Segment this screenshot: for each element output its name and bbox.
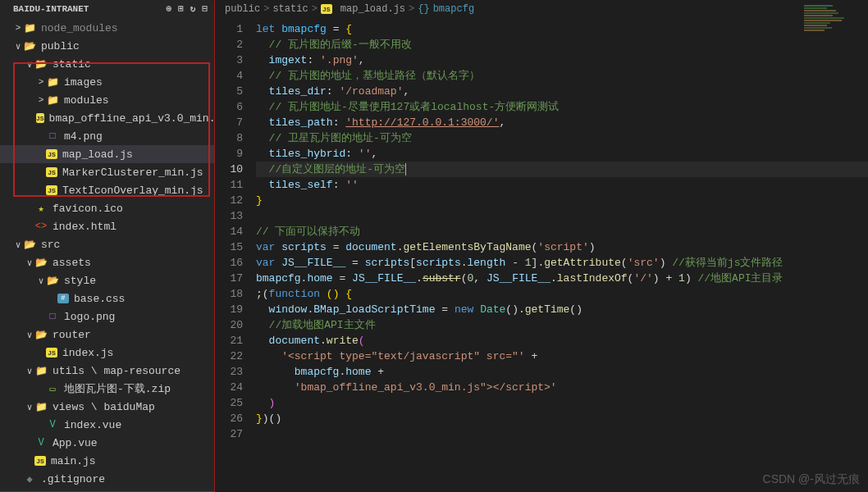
tree-item[interactable]: ∨📁utils \ map-resource bbox=[0, 362, 214, 380]
tree-item[interactable]: ∨📂assets bbox=[0, 253, 214, 271]
tree-item-label: public bbox=[41, 40, 214, 52]
V-icon: V bbox=[46, 418, 59, 431]
code-line[interactable]: '<script type="text/javascript" src="' + bbox=[256, 348, 868, 364]
chevron-icon[interactable]: ∨ bbox=[13, 239, 23, 250]
file-tree[interactable]: >📁node_modules∨📂public∨📂static>📁images>📁… bbox=[0, 17, 214, 491]
code-line[interactable]: var JS__FILE__ = scripts[scripts.length … bbox=[256, 255, 868, 271]
code-line[interactable]: tiles_dir: '/roadmap', bbox=[256, 84, 868, 99]
code-line[interactable]: //自定义图层的地址-可为空 bbox=[256, 162, 868, 177]
tree-item[interactable]: >📁node_modules bbox=[0, 19, 214, 37]
folder-icon: 📁 bbox=[23, 21, 36, 34]
code-editor[interactable]: 1234567891011121314151617181920212223242… bbox=[215, 18, 868, 492]
▭-icon: ▭ bbox=[46, 382, 59, 395]
collapse-icon[interactable]: ⊟ bbox=[202, 3, 208, 14]
chevron-icon[interactable]: ∨ bbox=[25, 59, 34, 70]
tree-item[interactable]: ★favicon.ico bbox=[0, 199, 214, 217]
JS-icon: JS bbox=[46, 348, 57, 358]
chevron-icon[interactable]: ∨ bbox=[25, 402, 34, 412]
breadcrumbs[interactable]: public>static>JSmap_load.js>{}bmapcfg bbox=[215, 0, 868, 18]
chevron-icon[interactable]: ∨ bbox=[25, 330, 34, 340]
tree-item[interactable]: □logo.png bbox=[0, 308, 214, 326]
tree-item[interactable]: ∨📂public bbox=[0, 37, 214, 55]
folder-open-icon: 📂 bbox=[23, 238, 36, 251]
chevron-icon[interactable]: ∨ bbox=[36, 276, 46, 286]
editor-area: public>static>JSmap_load.js>{}bmapcfg 12… bbox=[215, 0, 868, 492]
code-line[interactable]: tiles_hybrid: '', bbox=[256, 146, 868, 162]
tree-item[interactable]: JSbmap_offline_api_v3.0_min.js bbox=[0, 109, 214, 127]
tree-item[interactable]: JSmap_load.js bbox=[0, 145, 214, 163]
tree-item[interactable]: base.css bbox=[0, 289, 214, 308]
tree-item-label: node_modules bbox=[41, 22, 214, 34]
code-line[interactable]: document.write( bbox=[256, 333, 868, 348]
<>-icon: <> bbox=[34, 220, 48, 233]
code-line[interactable]: //加载地图API主文件 bbox=[256, 317, 868, 333]
code-line[interactable]: 'bmap_offline_api_v3.0_min.js"></script>… bbox=[256, 380, 868, 395]
tree-item[interactable]: VApp.vue bbox=[0, 434, 214, 452]
chevron-icon[interactable]: ∨ bbox=[13, 41, 23, 52]
line-number: 1 bbox=[215, 21, 243, 37]
code-line[interactable]: let bmapcfg = { bbox=[256, 21, 868, 37]
tree-item[interactable]: ∨📁views \ baiduMap bbox=[0, 398, 214, 416]
tree-item-label: modules bbox=[64, 94, 214, 107]
breadcrumb-icon: JS bbox=[321, 4, 332, 14]
tree-item[interactable]: ◆.gitignore bbox=[0, 470, 214, 488]
chevron-icon[interactable]: > bbox=[36, 77, 46, 87]
code-line[interactable]: var scripts = document.getElementsByTagN… bbox=[256, 239, 868, 255]
code-content[interactable]: let bmapcfg = { // 瓦片图的后缀-一般不用改 imgext: … bbox=[256, 18, 868, 492]
tree-item[interactable]: <>index.html bbox=[0, 217, 214, 235]
folder-open-icon: 📂 bbox=[23, 39, 36, 52]
minimap[interactable] bbox=[804, 5, 861, 71]
tree-item[interactable]: >📁images bbox=[0, 73, 214, 91]
refresh-icon[interactable]: ↻ bbox=[190, 3, 196, 14]
chevron-icon[interactable]: ∨ bbox=[25, 257, 34, 268]
JS-icon: JS bbox=[36, 113, 44, 123]
breadcrumb-item[interactable]: public bbox=[225, 3, 260, 15]
line-number: 27 bbox=[215, 426, 243, 442]
tree-item-label: logo.png bbox=[64, 311, 214, 323]
chevron-icon[interactable]: ∨ bbox=[25, 366, 34, 376]
breadcrumb-item[interactable]: static bbox=[272, 3, 308, 15]
breadcrumb-item[interactable]: JSmap_load.js bbox=[321, 3, 405, 15]
tree-item[interactable]: JSTextIconOverlay_min.js bbox=[0, 181, 214, 199]
watermark: CSDN @-风过无痕 bbox=[763, 472, 860, 487]
chevron-icon[interactable]: > bbox=[36, 95, 46, 105]
line-number: 14 bbox=[215, 224, 243, 239]
code-line[interactable]: ;(function () { bbox=[256, 286, 868, 302]
code-line[interactable] bbox=[256, 426, 868, 442]
JS-icon: JS bbox=[34, 456, 46, 466]
tree-item[interactable]: ∨📂router bbox=[0, 326, 214, 344]
code-line[interactable]: // 卫星瓦片图的地址-可为空 bbox=[256, 130, 868, 146]
★-icon: ★ bbox=[34, 202, 48, 215]
code-line[interactable]: // 瓦片图的后缀-一般不用改 bbox=[256, 37, 868, 52]
code-line[interactable]: tiles_self: '' bbox=[256, 177, 868, 193]
code-line[interactable]: } bbox=[256, 193, 868, 208]
tree-item[interactable]: JSMarkerClusterer_min.js bbox=[0, 163, 214, 181]
code-line[interactable]: window.BMap_loadScriptTime = new Date().… bbox=[256, 302, 868, 317]
tree-item[interactable]: JSmain.js bbox=[0, 452, 214, 470]
tree-item[interactable]: JSindex.js bbox=[0, 344, 214, 362]
code-line[interactable]: // 瓦片图地址-尽量使用127或者localhost-方便断网测试 bbox=[256, 99, 868, 115]
code-line[interactable]: // 瓦片图的地址，基地址路径（默认名字） bbox=[256, 68, 868, 84]
code-line[interactable]: imgext: '.png', bbox=[256, 52, 868, 68]
breadcrumb-item[interactable]: {}bmapcfg bbox=[418, 3, 474, 15]
tree-item[interactable]: ∨📂static bbox=[0, 55, 214, 73]
tree-item[interactable]: ∨📂style bbox=[0, 271, 214, 289]
code-line[interactable]: // 下面可以保持不动 bbox=[256, 224, 868, 239]
tree-item[interactable]: ∨📂src bbox=[0, 235, 214, 253]
tree-item[interactable]: >📁modules bbox=[0, 91, 214, 109]
code-line[interactable]: ) bbox=[256, 395, 868, 411]
new-file-icon[interactable]: ⊕ bbox=[167, 3, 172, 14]
code-line[interactable]: bmapcfg.home + bbox=[256, 364, 868, 380]
tree-item[interactable]: □m4.png bbox=[0, 127, 214, 145]
code-line[interactable]: tiles_path: 'http://127.0.0.1:3000/', bbox=[256, 115, 868, 130]
line-number: 22 bbox=[215, 348, 243, 364]
chevron-icon[interactable]: > bbox=[13, 23, 23, 33]
tree-item[interactable]: Vindex.vue bbox=[0, 416, 214, 434]
line-number: 15 bbox=[215, 239, 243, 255]
code-line[interactable] bbox=[256, 208, 868, 224]
tree-item[interactable]: ▭地图瓦片图-下载.zip bbox=[0, 380, 214, 398]
◆-icon: ◆ bbox=[23, 472, 36, 485]
code-line[interactable]: bmapcfg.home = JS__FILE__.substr(0, JS__… bbox=[256, 271, 868, 286]
code-line[interactable]: })() bbox=[256, 411, 868, 426]
new-folder-icon[interactable]: ⊞ bbox=[178, 3, 184, 14]
